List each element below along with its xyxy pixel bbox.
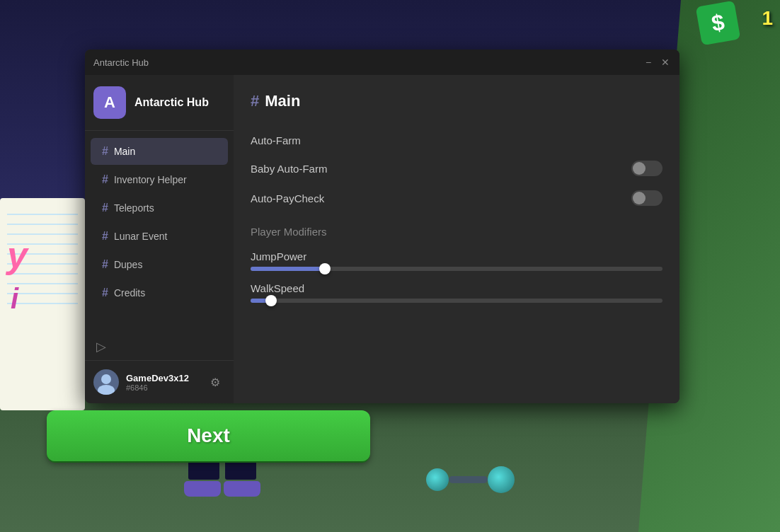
sidebar-item-label-dupes: Dupes: [114, 259, 142, 270]
nav-hash-credits: #: [102, 287, 108, 299]
sidebar-item-inventory-helper[interactable]: # Inventory Helper: [91, 166, 228, 193]
content-hash: #: [251, 92, 259, 110]
content-label: Main: [265, 92, 300, 110]
auto-paycheck-toggle-knob: [633, 192, 646, 204]
dollar-icon: $: [696, 1, 741, 46]
player-modifiers-label: Player Modifiers: [251, 220, 327, 238]
jumppower-label: JumpPower: [251, 250, 663, 262]
title-bar-controls: − ✕: [643, 57, 671, 68]
avatar: A: [93, 86, 126, 119]
dumbbell: [426, 466, 515, 493]
sidebar-footer: GameDev3x12 #6846 ⚙: [85, 360, 234, 403]
sidebar-item-label-lunar: Lunar Event: [114, 231, 168, 242]
user-tag: #6846: [126, 383, 198, 392]
notebook-decoration: y i: [0, 198, 85, 410]
user-name: GameDev3x12: [126, 373, 198, 383]
nav-hash-inventory: #: [102, 173, 108, 186]
settings-button[interactable]: ⚙: [205, 372, 225, 392]
sidebar-item-label-teleports: Teleports: [114, 202, 154, 214]
close-button[interactable]: ✕: [660, 57, 671, 68]
sidebar-item-main[interactable]: # Main: [91, 138, 228, 165]
minimize-button[interactable]: −: [643, 57, 654, 68]
main-content: # Main Auto-Farm Baby Auto-Farm Auto-Pay…: [234, 75, 679, 403]
content-title: # Main: [251, 92, 663, 110]
jumppower-section: JumpPower: [251, 250, 663, 271]
character-shoes: [184, 481, 260, 497]
sidebar-item-dupes[interactable]: # Dupes: [91, 251, 228, 278]
sidebar-app-name: Antarctic Hub: [134, 96, 209, 109]
sidebar-item-teleports[interactable]: # Teleports: [91, 195, 228, 221]
jumppower-fill: [251, 267, 325, 271]
main-window: Antarctic Hub − ✕ A Antarctic Hub # Main…: [85, 50, 679, 403]
nav-hash-dupes: #: [102, 258, 108, 271]
notebook-i: i: [11, 283, 18, 315]
sidebar-item-label-inventory: Inventory Helper: [114, 174, 187, 185]
window-title: Antarctic Hub: [93, 57, 149, 68]
right-shoe: [224, 481, 260, 497]
baby-auto-farm-toggle-knob: [633, 162, 646, 175]
svg-point-1: [98, 385, 115, 395]
nav-hash-lunar: #: [102, 230, 108, 243]
auto-farm-label: Auto-Farm: [251, 134, 301, 146]
walkspeed-label: WalkSpeed: [251, 282, 663, 294]
jumppower-track[interactable]: [251, 267, 663, 271]
sidebar-item-credits[interactable]: # Credits: [91, 279, 228, 306]
sidebar-item-label-credits: Credits: [114, 287, 145, 299]
feature-row-auto-paycheck: Auto-PayCheck: [251, 183, 663, 213]
next-button-container: Next: [47, 410, 370, 461]
left-shoe: [184, 481, 221, 497]
dumbbell-left-weight: [426, 468, 449, 491]
notebook-y: y: [7, 233, 28, 276]
sidebar-header: A Antarctic Hub: [85, 75, 234, 131]
dumbbell-right-weight: [488, 466, 515, 493]
svg-point-0: [101, 374, 111, 384]
dumbbell-handle: [449, 476, 488, 483]
baby-auto-farm-toggle[interactable]: [631, 161, 663, 176]
sidebar-item-label-main: Main: [114, 146, 135, 157]
user-info: GameDev3x12 #6846: [126, 373, 198, 392]
auto-paycheck-toggle[interactable]: [631, 190, 663, 206]
baby-auto-farm-label: Baby Auto-Farm: [251, 163, 327, 175]
walkspeed-section: WalkSpeed: [251, 282, 663, 303]
window-body: A Antarctic Hub # Main # Inventory Helpe…: [85, 75, 679, 403]
user-avatar: [93, 369, 119, 395]
dollar-count: 1: [762, 7, 773, 30]
nav-hash-teleports: #: [102, 202, 108, 214]
walkspeed-track[interactable]: [251, 299, 663, 303]
jumppower-thumb[interactable]: [319, 263, 331, 274]
feature-row-player-modifiers: Player Modifiers: [251, 213, 663, 245]
title-bar: Antarctic Hub − ✕: [85, 50, 679, 75]
cursor-arrow: ▷: [85, 333, 234, 360]
walkspeed-thumb[interactable]: [265, 295, 277, 306]
auto-paycheck-label: Auto-PayCheck: [251, 192, 324, 204]
sidebar: A Antarctic Hub # Main # Inventory Helpe…: [85, 75, 234, 403]
feature-row-baby-auto-farm: Baby Auto-Farm: [251, 154, 663, 183]
next-button[interactable]: Next: [47, 410, 370, 461]
sidebar-item-lunar-event[interactable]: # Lunar Event: [91, 223, 228, 250]
nav-list: # Main # Inventory Helper # Teleports # …: [85, 131, 234, 333]
feature-row-auto-farm: Auto-Farm: [251, 127, 663, 154]
nav-hash-main: #: [102, 145, 108, 158]
